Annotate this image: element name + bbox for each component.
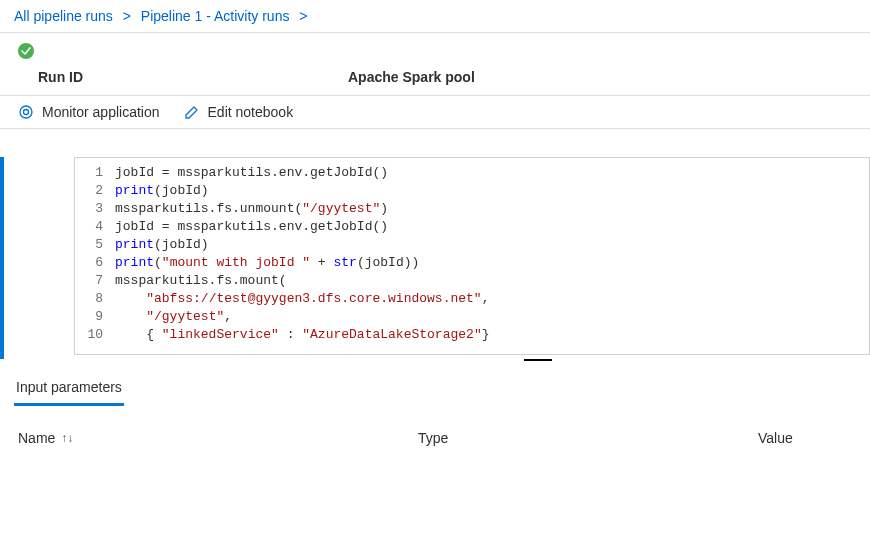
line-number: 10 xyxy=(75,326,115,344)
edit-label: Edit notebook xyxy=(208,104,294,120)
line-content: "abfss://test@gyygen3.dfs.core.windows.n… xyxy=(115,290,869,308)
status-row xyxy=(0,33,870,65)
params-table-header: Name ↑↓ Type Value xyxy=(0,424,870,446)
run-info-row: Run ID Apache Spark pool xyxy=(0,65,870,95)
line-content: "/gyytest", xyxy=(115,308,869,326)
monitor-label: Monitor application xyxy=(42,104,160,120)
line-number: 3 xyxy=(75,200,115,218)
code-line: 5print(jobId) xyxy=(75,236,869,254)
code-line: 7mssparkutils.fs.mount( xyxy=(75,272,869,290)
svg-point-1 xyxy=(24,110,29,115)
tabs: Input parameters xyxy=(0,371,870,406)
breadcrumb: All pipeline runs > Pipeline 1 - Activit… xyxy=(0,0,870,33)
breadcrumb-pipeline-1[interactable]: Pipeline 1 - Activity runs xyxy=(141,8,290,24)
svg-point-0 xyxy=(20,106,32,118)
breadcrumb-all-runs[interactable]: All pipeline runs xyxy=(14,8,113,24)
line-content: print("mount with jobId " + str(jobId)) xyxy=(115,254,869,272)
toolbar: Monitor application Edit notebook xyxy=(0,95,870,129)
line-content: { "linkedService" : "AzureDataLakeStorag… xyxy=(115,326,869,344)
line-number: 6 xyxy=(75,254,115,272)
line-number: 4 xyxy=(75,218,115,236)
success-icon xyxy=(18,43,34,59)
code-line: 10 { "linkedService" : "AzureDataLakeSto… xyxy=(75,326,869,344)
line-number: 5 xyxy=(75,236,115,254)
line-content: jobId = mssparkutils.env.getJobId() xyxy=(115,164,869,182)
line-number: 9 xyxy=(75,308,115,326)
code-line: 3mssparkutils.fs.unmount("/gyytest") xyxy=(75,200,869,218)
code-editor[interactable]: 1jobId = mssparkutils.env.getJobId()2pri… xyxy=(74,157,870,355)
line-number: 2 xyxy=(75,182,115,200)
line-content: print(jobId) xyxy=(115,182,869,200)
code-line: 6print("mount with jobId " + str(jobId)) xyxy=(75,254,869,272)
resize-handle[interactable] xyxy=(524,359,552,363)
run-id-label: Run ID xyxy=(38,69,348,85)
edit-notebook-button[interactable]: Edit notebook xyxy=(184,104,294,120)
chevron-right-icon: > xyxy=(299,8,307,24)
column-name-label: Name xyxy=(18,430,55,446)
tab-input-parameters[interactable]: Input parameters xyxy=(14,371,124,406)
column-value[interactable]: Value xyxy=(758,430,856,446)
column-type[interactable]: Type xyxy=(418,430,758,446)
chevron-right-icon: > xyxy=(123,8,131,24)
line-content: mssparkutils.fs.mount( xyxy=(115,272,869,290)
code-line: 2print(jobId) xyxy=(75,182,869,200)
monitor-icon xyxy=(18,104,34,120)
monitor-application-button[interactable]: Monitor application xyxy=(18,104,160,120)
code-line: 1jobId = mssparkutils.env.getJobId() xyxy=(75,164,869,182)
column-name[interactable]: Name ↑↓ xyxy=(18,430,418,446)
code-line: 4jobId = mssparkutils.env.getJobId() xyxy=(75,218,869,236)
line-content: mssparkutils.fs.unmount("/gyytest") xyxy=(115,200,869,218)
line-number: 7 xyxy=(75,272,115,290)
sort-icon: ↑↓ xyxy=(61,431,73,445)
spark-pool-label: Apache Spark pool xyxy=(348,69,475,85)
line-number: 8 xyxy=(75,290,115,308)
code-line: 8 "abfss://test@gyygen3.dfs.core.windows… xyxy=(75,290,869,308)
line-content: print(jobId) xyxy=(115,236,869,254)
line-content: jobId = mssparkutils.env.getJobId() xyxy=(115,218,869,236)
notebook-cell: 1jobId = mssparkutils.env.getJobId()2pri… xyxy=(0,157,870,359)
edit-icon xyxy=(184,104,200,120)
line-number: 1 xyxy=(75,164,115,182)
code-line: 9 "/gyytest", xyxy=(75,308,869,326)
